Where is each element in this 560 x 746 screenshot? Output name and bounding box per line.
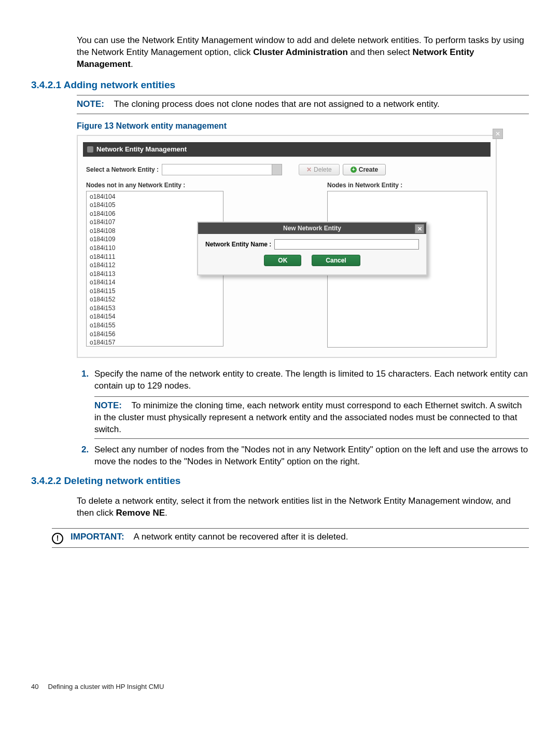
cancel-button[interactable]: Cancel [312,255,360,266]
step-1: Specify the name of the network entity t… [91,368,529,439]
note-label: NOTE: [77,99,104,109]
intro-text-2: and then select [348,47,413,57]
delete-bold-1: Remove NE [116,508,165,518]
list-item[interactable]: o184i152 [90,295,220,304]
note-minimize-cloning: NOTE: To minimize the cloning time, each… [94,396,529,439]
figure-caption: Figure 13 Network entity management [77,121,529,131]
note-text-2: To minimize the cloning time, each netwo… [94,400,522,434]
note-text: The cloning process does not clone nodes… [114,99,439,109]
delete-text-2: . [165,508,167,518]
section-adding-heading: 3.4.2.1 Adding network entities [31,79,529,91]
close-icon[interactable]: ✕ [493,129,503,139]
note-cloning: NOTE: The cloning process does not clone… [77,95,529,114]
note-label-2: NOTE: [94,400,122,410]
step-2: Select any number of nodes from the "Nod… [91,444,529,468]
intro-bold-1: Cluster Administration [253,47,348,57]
delete-paragraph: To delete a network entity, select it fr… [77,495,529,519]
important-text: A network entity cannot be recovered aft… [134,532,348,542]
section-deleting-title: Deleting network entities [64,475,180,486]
list-item[interactable]: o184i106 [90,210,220,218]
chapter-title: Defining a cluster with HP Insight CMU [48,683,164,690]
dialog-title: New Network Entity [283,225,341,232]
page-number: 40 [31,683,38,690]
steps-list: Specify the name of the network entity t… [77,368,529,468]
list-item[interactable]: o184i104 [90,192,220,201]
entity-name-label: Network Entity Name : [205,241,271,248]
list-item[interactable]: o184i114 [90,278,220,287]
delete-button: ✕ Delete [299,164,340,175]
create-button-label: Create [359,166,378,173]
step-1-text: Specify the name of the network entity t… [94,369,528,391]
step-2-text: Select any number of nodes from the "Nod… [94,445,528,466]
important-block: ! IMPORTANT: A network entity cannot be … [52,528,529,548]
list-item[interactable]: o184i115 [90,287,220,296]
window-titlebar: Network Entity Management [83,142,491,157]
ok-button[interactable]: OK [264,255,301,266]
section-deleting-heading: 3.4.2.2 Deleting network entities [31,475,529,487]
left-list-label: Nodes not in any Network Entity : [86,182,223,189]
section-deleting-num: 3.4.2.2 [31,475,61,486]
list-item[interactable]: o184i105 [90,201,220,210]
delete-icon: ✕ [306,166,312,173]
list-item[interactable]: o184i155 [90,321,220,330]
create-button[interactable]: + Create [343,164,386,175]
screenshot-network-entity-mgmt: ✕ Network Entity Management Select a Net… [77,135,497,358]
section-adding-num: 3.4.2.1 [31,79,61,90]
list-item[interactable]: o184i157 [90,338,220,347]
plus-icon: + [351,167,357,173]
window-title: Network Entity Management [96,145,187,153]
right-list-label: Nodes in Network Entity : [327,182,487,189]
section-adding-title: Adding network entities [64,79,175,90]
important-icon: ! [52,533,63,544]
important-label: IMPORTANT: [71,532,124,542]
list-item[interactable]: o184i153 [90,304,220,313]
intro-text-3: . [131,59,133,69]
dialog-close-icon[interactable]: ✕ [415,224,424,233]
select-entity-label: Select a Network Entity : [86,166,159,173]
list-item[interactable]: o184i156 [90,330,220,339]
select-entity-dropdown[interactable] [162,164,282,175]
delete-button-label: Delete [314,166,332,173]
list-item[interactable]: o184i154 [90,312,220,321]
entity-name-input[interactable] [274,239,419,250]
intro-paragraph: You can use the Network Entity Managemen… [77,35,529,71]
dialog-titlebar: New Network Entity ✕ [198,223,426,234]
app-icon [87,146,93,153]
page-footer: 40 Defining a cluster with HP Insight CM… [31,683,529,690]
new-network-entity-dialog: New Network Entity ✕ Network Entity Name… [197,222,427,275]
